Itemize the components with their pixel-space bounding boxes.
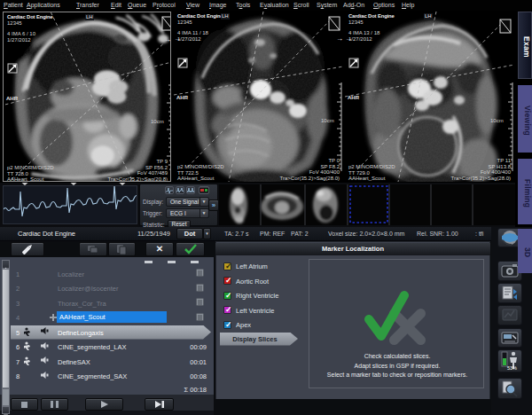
svg-text:53%: 53% (507, 365, 517, 371)
